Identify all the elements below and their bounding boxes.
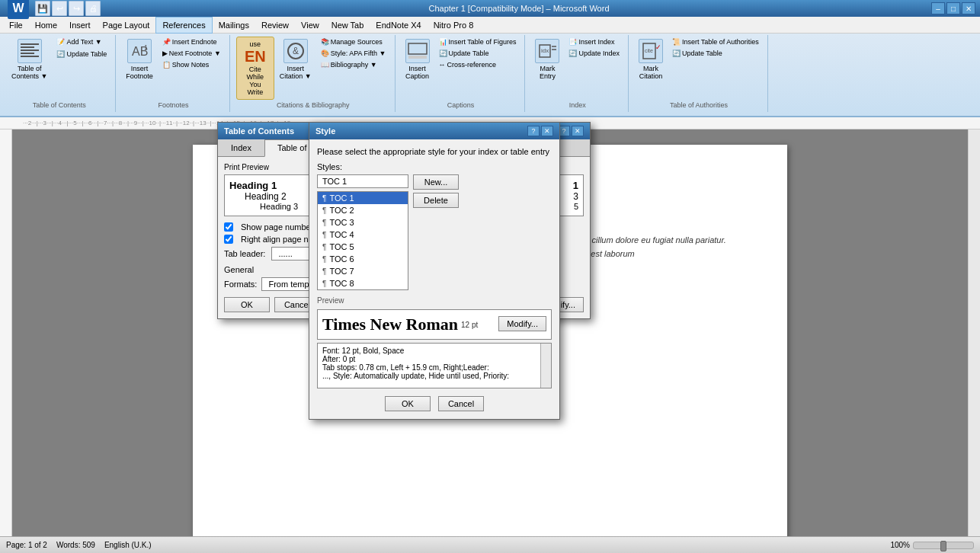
insert-toa-button[interactable]: 📜 Insert Table of Authorities — [668, 37, 763, 47]
toc-icon — [18, 39, 42, 63]
ribbon: Table of Contents ▼ 📝 Add Text ▼ 🔄 Updat… — [0, 34, 980, 117]
update-index-label: Update Index — [578, 50, 620, 57]
svg-text:1: 1 — [144, 43, 148, 51]
manage-sources-icon: 📚 — [321, 38, 329, 46]
right-align-checkbox[interactable] — [224, 235, 233, 244]
style-list-item-toc-9[interactable]: ¶TOC 9 — [318, 289, 408, 290]
zoom-slider[interactable] — [913, 542, 974, 549]
save-icon[interactable]: 💾 — [35, 1, 50, 16]
zoom-slider-handle[interactable] — [940, 541, 946, 551]
style-name-display: TOC 1 — [317, 174, 408, 188]
manage-sources-button[interactable]: 📚 Manage Sources — [317, 37, 390, 47]
svg-rect-4 — [21, 56, 39, 57]
show-page-numbers-checkbox[interactable] — [224, 222, 233, 232]
show-notes-button[interactable]: 📋 Show Notes — [159, 59, 225, 70]
next-footnote-button[interactable]: ▶ Next Footnote ▼ — [159, 48, 225, 59]
menu-insert[interactable]: Insert — [63, 17, 97, 34]
svg-rect-1 — [21, 46, 34, 48]
style-button[interactable]: 🎨 Style: APA Fifth ▼ — [317, 48, 390, 59]
minimize-button[interactable]: – — [931, 2, 945, 14]
paragraph-icon: ¶ — [322, 255, 326, 264]
toc-ok-button[interactable]: OK — [224, 297, 270, 312]
footnote-icon: AB1 — [127, 39, 152, 63]
update-toa-button[interactable]: 🔄 Update Table — [668, 48, 763, 59]
svg-rect-3 — [21, 53, 34, 54]
update-table-cap-button[interactable]: 🔄 Update Table — [435, 48, 520, 59]
mark-entry-button[interactable]: idx MarkEntry — [531, 37, 563, 82]
modify-style-button[interactable]: Modify... — [498, 316, 546, 331]
mark-citation-label: MarkCitation — [639, 65, 663, 80]
print-icon[interactable]: 🖨 — [85, 1, 101, 16]
style-list-item-toc-4[interactable]: ¶TOC 4 — [318, 229, 408, 241]
toc-dialog-title-text: Table of Contents — [224, 126, 294, 136]
style-list-item-toc-7[interactable]: ¶TOC 7 — [318, 265, 408, 277]
close-button[interactable]: ✕ — [962, 2, 975, 14]
citation-label: InsertCitation ▼ — [280, 65, 312, 80]
style-list-item-toc-2[interactable]: ¶TOC 2 — [318, 204, 408, 216]
add-text-button[interactable]: 📝 Add Text ▼ — [53, 37, 110, 47]
cross-reference-button[interactable]: ↔ Cross-reference — [435, 59, 520, 70]
menu-new-tab[interactable]: New Tab — [325, 17, 370, 34]
next-footnote-label: Next Footnote ▼ — [169, 50, 221, 57]
insert-citation-button[interactable]: & InsertCitation ▼ — [276, 37, 315, 82]
style-dialog-body: Please select the appropriate style for … — [309, 139, 559, 419]
insert-footnote-button[interactable]: AB1 InsertFootnote — [122, 37, 157, 82]
table-of-contents-button[interactable]: Table of Contents ▼ — [8, 37, 51, 82]
insert-endnote-button[interactable]: 📌 Insert Endnote — [159, 37, 225, 47]
insert-index-icon: 📑 — [568, 38, 577, 46]
update-table-button[interactable]: 🔄 Update Table — [53, 49, 110, 59]
menu-home[interactable]: Home — [29, 17, 63, 34]
menu-mailings[interactable]: Mailings — [213, 17, 255, 34]
tab-index[interactable]: Index — [218, 139, 264, 156]
footnote-label: InsertFootnote — [126, 65, 153, 80]
new-style-button[interactable]: New... — [413, 174, 459, 190]
add-text-icon: 📝 — [56, 38, 65, 46]
svg-rect-0 — [21, 43, 39, 45]
style-ok-button[interactable]: OK — [385, 396, 431, 411]
style-list-item-toc-1[interactable]: ¶TOC 1 — [318, 192, 408, 204]
insert-caption-button[interactable]: InsertCaption — [402, 37, 434, 82]
citations-group-label: Citations & Bibliography — [277, 100, 350, 109]
show-notes-icon: 📋 — [162, 61, 171, 69]
maximize-button[interactable]: □ — [946, 2, 960, 14]
mark-entry-label: MarkEntry — [540, 65, 556, 80]
style-list-item-toc-5[interactable]: ¶TOC 5 — [318, 241, 408, 253]
page-status: Page: 1 of 2 — [6, 541, 47, 549]
status-bar: Page: 1 of 2 Words: 509 English (U.K.) 1… — [0, 536, 980, 553]
menu-file[interactable]: File — [3, 17, 29, 34]
style-dialog-titlebar: Style ? ✕ — [309, 123, 559, 139]
right-scrollbar[interactable] — [968, 129, 980, 536]
title-bar: W 💾 ↩ ↪ 🖨 Chapter 1 [Compatibility Mode]… — [0, 0, 980, 17]
style-dialog-message: Please select the appropriate style for … — [317, 147, 552, 156]
mark-citation-button[interactable]: cite✓ MarkCitation — [635, 37, 667, 82]
cite-while-write-button[interactable]: use EN Cite While You Write — [236, 37, 274, 100]
style-list-item-toc-6[interactable]: ¶TOC 6 — [318, 253, 408, 265]
style-cancel-button[interactable]: Cancel — [438, 396, 484, 411]
insert-index-label: Insert Index — [578, 38, 614, 46]
update-index-button[interactable]: 🔄 Update Index — [565, 48, 623, 59]
menu-page-layout[interactable]: Page Layout — [97, 17, 156, 34]
insert-index-button[interactable]: 📑 Insert Index — [565, 37, 623, 47]
styles-list: ¶TOC 1¶TOC 2¶TOC 3¶TOC 4¶TOC 5¶TOC 6¶TOC… — [317, 191, 408, 290]
description-scrollbar[interactable] — [540, 344, 551, 388]
style-list-item-toc-8[interactable]: ¶TOC 8 — [318, 277, 408, 289]
ribbon-group-toa: cite✓ MarkCitation 📜 Insert Table of Aut… — [630, 35, 768, 112]
delete-style-button[interactable]: Delete — [413, 193, 459, 208]
toc-dialog-close[interactable]: ✕ — [572, 126, 584, 136]
menu-review[interactable]: Review — [255, 17, 295, 34]
style-dialog: Style ? ✕ Please select the appropriate … — [309, 122, 560, 420]
svg-text:idx: idx — [541, 47, 549, 54]
insert-table-figures-button[interactable]: 📊 Insert Table of Figures — [435, 37, 520, 47]
menu-nitro[interactable]: Nitro Pro 8 — [428, 17, 480, 34]
paragraph-icon: ¶ — [322, 243, 326, 251]
undo-icon[interactable]: ↩ — [52, 1, 67, 16]
toc-btn-label: Table of Contents ▼ — [11, 65, 47, 80]
menu-endnote[interactable]: EndNote X4 — [370, 17, 427, 34]
style-list-item-toc-3[interactable]: ¶TOC 3 — [318, 216, 408, 229]
style-dialog-close[interactable]: ✕ — [541, 126, 553, 136]
redo-icon[interactable]: ↪ — [69, 1, 84, 16]
bibliography-button[interactable]: 📖 Bibliography ▼ — [317, 59, 390, 70]
style-dialog-help[interactable]: ? — [527, 126, 540, 136]
menu-view[interactable]: View — [295, 17, 325, 34]
menu-references[interactable]: References — [155, 17, 212, 34]
